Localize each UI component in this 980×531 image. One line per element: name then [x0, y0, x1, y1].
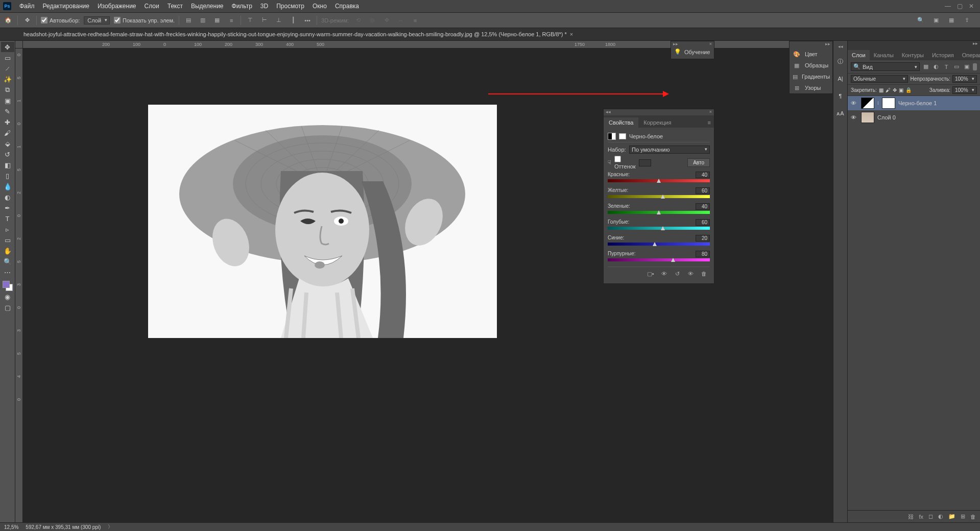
lock-pixels-icon[interactable]: 🖌 — [886, 87, 891, 93]
ruler-origin[interactable] — [15, 41, 23, 49]
brush-tool[interactable]: 🖌 — [1, 128, 14, 138]
maximize-icon[interactable]: ▢ — [957, 3, 963, 10]
lock-transparent-icon[interactable]: ▦ — [879, 87, 883, 93]
align-top-icon[interactable]: ⊤ — [245, 15, 255, 26]
path-tool[interactable]: ▹ — [1, 224, 14, 234]
align-center-icon[interactable]: ▥ — [198, 15, 208, 26]
hand-scrubby-icon[interactable]: ☟ — [608, 159, 611, 166]
document-tab[interactable]: headshot-joyful-attractive-redhead-femal… — [18, 29, 578, 40]
visibility-icon[interactable]: 👁 — [851, 100, 858, 106]
character-icon[interactable]: A| — [835, 74, 846, 84]
tab-corrections[interactable]: Коррекция — [638, 117, 676, 128]
color-swatch[interactable] — [3, 281, 13, 291]
marquee-tool[interactable]: ▭ — [1, 53, 14, 63]
auto-select-target[interactable]: Слой — [84, 16, 110, 25]
menu-слои[interactable]: Слои — [140, 3, 163, 10]
preset-select[interactable]: По умолчанию — [629, 146, 710, 154]
heal-tool[interactable]: ✚ — [1, 117, 14, 127]
paragraph-icon[interactable]: ¶ — [835, 91, 846, 101]
align-vcenter-icon[interactable]: ⊢ — [259, 15, 270, 26]
info-icon[interactable]: ⓘ — [835, 56, 846, 66]
filter-smart-icon[interactable]: ▣ — [963, 63, 971, 70]
auto-button[interactable]: Авто — [687, 158, 710, 167]
collapse-icon[interactable]: ◂◂ — [606, 109, 611, 115]
lock-all-icon[interactable]: 🔒 — [905, 87, 912, 93]
visibility-icon[interactable]: 👁 — [686, 270, 695, 277]
share-icon[interactable]: ⇪ — [962, 15, 972, 26]
opacity-value[interactable]: 100% — [952, 75, 977, 83]
align-left-icon[interactable]: ▤ — [183, 15, 194, 26]
delete-layer-icon[interactable]: 🗑 — [970, 514, 976, 520]
clip-icon[interactable]: ▢▪ — [647, 270, 655, 277]
canvas[interactable]: 200100010020030040050017501800 051015202… — [15, 41, 847, 522]
menu-изображение[interactable]: Изображение — [93, 3, 140, 10]
collapse-icon[interactable]: ▸▸ — [973, 41, 978, 48]
panel-tab[interactable]: Контуры — [898, 50, 928, 60]
hand-tool[interactable]: ✋ — [1, 246, 14, 256]
edit-toolbar[interactable]: ⋯ — [1, 267, 14, 277]
expand-icon[interactable]: ◂◂ — [838, 44, 843, 49]
close-icon[interactable]: × — [709, 41, 712, 47]
distribute-icon[interactable]: ≡ — [226, 15, 236, 26]
tab-close-icon[interactable]: × — [570, 29, 573, 40]
lock-artboard-icon[interactable]: ▣ — [899, 87, 903, 93]
flyout-item[interactable]: ▦Образцы — [790, 60, 832, 71]
flyout-item[interactable]: ▤Градиенты — [790, 71, 832, 82]
stamp-tool[interactable]: ⬙ — [1, 138, 14, 149]
flyout-item[interactable]: ⊞Узоры — [790, 82, 832, 93]
color-slider[interactable]: Зеленые:40 — [608, 203, 710, 214]
more-icon[interactable]: ••• — [302, 15, 313, 26]
lock-position-icon[interactable]: ✥ — [893, 87, 897, 93]
align-right-icon[interactable]: ▦ — [212, 15, 222, 26]
layer-filter-select[interactable]: 🔍 Вид — [851, 62, 920, 71]
dodge-tool[interactable]: ◐ — [1, 192, 14, 202]
menu-редактирование[interactable]: Редактирование — [39, 3, 93, 10]
menu-файл[interactable]: Файл — [15, 3, 39, 10]
eraser-tool[interactable]: ◧ — [1, 160, 14, 170]
filter-adjust-icon[interactable]: ◐ — [932, 63, 940, 70]
minimize-icon[interactable]: — — [945, 3, 951, 10]
pen-tool[interactable]: ✒ — [1, 203, 14, 213]
color-slider[interactable]: Голубые:60 — [608, 219, 710, 230]
menu-фильтр[interactable]: Фильтр — [228, 3, 256, 10]
link-layers-icon[interactable]: ⛓ — [908, 514, 914, 520]
menu-окно[interactable]: Окно — [308, 3, 331, 10]
collapse-icon[interactable]: ▸▸ — [673, 41, 678, 47]
screenmode-tool[interactable]: ▢ — [1, 302, 14, 312]
menu-текст[interactable]: Текст — [163, 3, 187, 10]
learn-item[interactable]: 💡Обучение — [671, 47, 714, 56]
layer-row[interactable]: 👁Слой 0 — [848, 110, 980, 125]
filter-pixel-icon[interactable]: ▦ — [922, 63, 930, 70]
menu-выделение[interactable]: Выделение — [187, 3, 228, 10]
flyout-item[interactable]: 🎨Цвет — [790, 49, 832, 60]
home-icon[interactable]: 🏠 — [3, 15, 13, 26]
tint-swatch[interactable] — [639, 159, 651, 166]
visibility-icon[interactable]: 👁 — [851, 114, 858, 120]
quickmask-tool[interactable]: ◉ — [1, 292, 14, 302]
status-chevron-icon[interactable]: 〉 — [108, 523, 113, 530]
new-layer-icon[interactable]: ⊞ — [961, 513, 965, 520]
group-icon[interactable]: 📁 — [948, 513, 955, 520]
eyedropper-tool[interactable]: ✎ — [1, 106, 14, 116]
color-slider[interactable]: Красные:40 — [608, 172, 710, 182]
color-slider[interactable]: Желтые:60 — [608, 187, 710, 198]
filter-type-icon[interactable]: T — [942, 63, 950, 70]
wand-tool[interactable]: ✨ — [1, 74, 14, 84]
panel-tab[interactable]: История — [928, 50, 958, 60]
layer-row[interactable]: 👁⁞Черно-белое 1 — [848, 96, 980, 110]
blur-tool[interactable]: 💧 — [1, 181, 14, 191]
search-icon[interactable]: 🔍 — [916, 15, 926, 26]
tab-properties[interactable]: Свойства — [604, 117, 638, 128]
color-slider[interactable]: Пурпурные:80 — [608, 251, 710, 261]
layer-style-icon[interactable]: fx — [919, 514, 923, 520]
ruler-vertical[interactable]: 0510152025303540 — [15, 49, 23, 522]
close-icon[interactable]: ✕ — [969, 3, 974, 10]
fill-value[interactable]: 100% — [952, 86, 977, 94]
reset-icon[interactable]: ↺ — [673, 270, 681, 277]
menu-3d[interactable]: 3D — [256, 3, 272, 10]
zoom-tool[interactable]: 🔍 — [1, 256, 14, 267]
panel-tab[interactable]: Операции — [958, 50, 980, 60]
move-tool-icon[interactable]: ✥ — [22, 15, 32, 26]
menu-справка[interactable]: Справка — [331, 3, 363, 10]
panel-tab[interactable]: Каналы — [870, 50, 898, 60]
